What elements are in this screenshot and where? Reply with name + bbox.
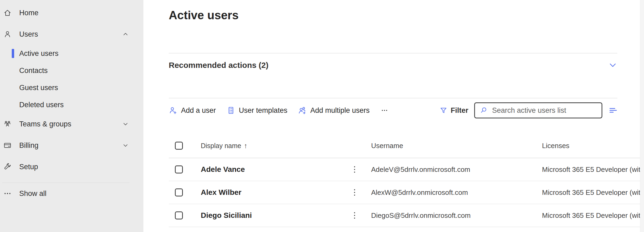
sidebar-item-label: Teams & groups: [19, 120, 71, 128]
ellipsis-icon: [380, 106, 389, 115]
toolbar: Add a user User templates: [169, 102, 617, 119]
section-divider: [169, 53, 617, 53]
table-row: Alex Wilber AlexW@5drrlv.onmicrosoft.com…: [169, 181, 644, 204]
search-box: [474, 102, 602, 118]
people-icon: [3, 120, 12, 128]
search-icon: [480, 106, 488, 114]
wrench-icon: [3, 163, 12, 171]
user-licenses: Microsoft 365 E5 Developer (withou: [542, 188, 644, 197]
sidebar-item-label: Contacts: [19, 67, 48, 75]
user-display-name[interactable]: Diego Siciliani: [201, 211, 252, 219]
row-more-actions-button[interactable]: [350, 165, 359, 174]
sidebar-item-contacts[interactable]: Contacts: [0, 62, 143, 79]
people-add-icon: [298, 106, 307, 115]
filter-icon: [439, 106, 447, 114]
recommended-actions-header: Recommended actions (2): [169, 60, 617, 70]
sidebar-item-deleted-users[interactable]: Deleted users: [0, 96, 143, 113]
sidebar-item-label: Home: [19, 9, 38, 17]
sidebar-item-label: Show all: [19, 190, 46, 198]
sort-lines-icon[interactable]: [609, 106, 617, 115]
sidebar-item-show-all[interactable]: Show all: [0, 183, 143, 204]
sidebar-item-home[interactable]: Home: [0, 2, 143, 24]
sidebar-item-label: Setup: [19, 163, 38, 171]
user-display-name[interactable]: Adele Vance: [201, 165, 245, 173]
toolbar-divider: [169, 98, 617, 98]
button-label: User templates: [239, 106, 288, 115]
user-licenses: Microsoft 365 E5 Developer (withou: [542, 211, 644, 220]
sidebar-item-label: Active users: [19, 49, 58, 58]
sidebar-item-label: Users: [19, 30, 38, 38]
person-icon: [3, 30, 12, 38]
column-header-licenses[interactable]: Licenses: [542, 142, 644, 150]
user-licenses: Microsoft 365 E5 Developer (withou: [542, 165, 644, 174]
table-header-row: Display name ↑ Username Licenses: [169, 134, 644, 158]
sidebar-item-billing[interactable]: Billing: [0, 135, 143, 156]
table-row: Adele Vance AdeleV@5drrlv.onmicrosoft.co…: [169, 158, 644, 181]
main-content: Active users Recommended actions (2) Add…: [143, 0, 644, 232]
row-more-actions-button[interactable]: [350, 188, 359, 197]
recommended-actions-expand-button[interactable]: [608, 61, 617, 70]
button-label: Add multiple users: [310, 106, 370, 115]
chevron-down-icon: [122, 142, 129, 149]
active-users-table: Display name ↑ Username Licenses Adele V…: [169, 134, 644, 227]
home-icon: [3, 9, 12, 17]
toolbar-overflow-button[interactable]: [380, 106, 389, 115]
header-checkbox-cell: [169, 142, 192, 150]
select-all-checkbox[interactable]: [175, 142, 183, 150]
row-checkbox[interactable]: [175, 188, 183, 196]
user-username: AdeleV@5drrlv.onmicrosoft.com: [371, 165, 542, 174]
chevron-up-icon: [122, 31, 129, 38]
row-more-actions-button[interactable]: [350, 211, 359, 220]
sidebar: Home Users Active users Contacts Guest u…: [0, 0, 143, 232]
toolbar-right-group: Filter: [439, 102, 617, 118]
add-multiple-users-button[interactable]: Add multiple users: [298, 106, 370, 115]
selected-indicator: [12, 49, 14, 58]
user-username: AlexW@5drrlv.onmicrosoft.com: [371, 188, 542, 197]
filter-button[interactable]: Filter: [439, 106, 468, 115]
sidebar-item-users[interactable]: Users: [0, 24, 143, 45]
sidebar-item-label: Guest users: [19, 84, 58, 92]
user-templates-button[interactable]: User templates: [227, 106, 288, 115]
recommended-actions-title: Recommended actions (2): [169, 61, 268, 70]
sidebar-item-label: Deleted users: [19, 101, 64, 109]
person-add-icon: [169, 106, 177, 115]
sidebar-item-active-users[interactable]: Active users: [0, 45, 143, 62]
row-checkbox[interactable]: [175, 211, 183, 219]
column-header-display-name[interactable]: Display name ↑: [192, 142, 349, 150]
sort-ascending-icon: ↑: [244, 142, 247, 150]
sidebar-item-guest-users[interactable]: Guest users: [0, 79, 143, 96]
template-icon: [227, 106, 235, 115]
vertical-scrollbar[interactable]: [640, 0, 644, 232]
row-checkbox[interactable]: [175, 165, 183, 173]
button-label: Add a user: [181, 106, 216, 115]
search-input[interactable]: [492, 106, 597, 115]
sidebar-item-label: Billing: [19, 141, 38, 150]
add-user-button[interactable]: Add a user: [169, 106, 216, 115]
chevron-down-icon: [122, 121, 129, 127]
filter-label: Filter: [451, 106, 468, 115]
table-row: Diego Siciliani DiegoS@5drrlv.onmicrosof…: [169, 204, 644, 227]
sidebar-item-teams-groups[interactable]: Teams & groups: [0, 113, 143, 135]
column-header-username[interactable]: Username: [371, 142, 542, 150]
credit-card-icon: [3, 141, 12, 150]
sidebar-item-setup[interactable]: Setup: [0, 156, 143, 177]
page-title: Active users: [169, 7, 617, 24]
user-display-name[interactable]: Alex Wilber: [201, 188, 241, 196]
user-username: DiegoS@5drrlv.onmicrosoft.com: [371, 211, 542, 220]
ellipsis-icon: [3, 189, 12, 198]
